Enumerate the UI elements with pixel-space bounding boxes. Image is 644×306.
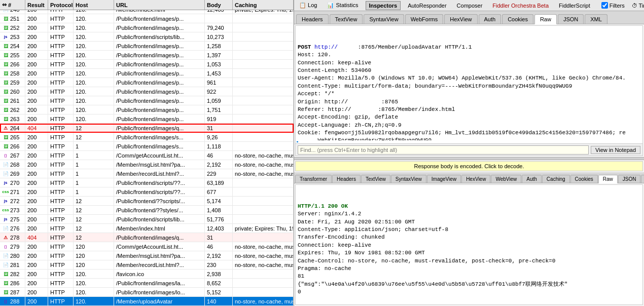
- resp-tab-caching[interactable]: Caching: [542, 175, 570, 183]
- table-row[interactable]: ⚠264404HTTP12/Public/frontend/images/q..…: [0, 124, 294, 133]
- resp-tab-syntaxview[interactable]: SyntaxView: [391, 175, 426, 183]
- row-icon-json: {}: [2, 152, 9, 159]
- log-icon: 📋: [299, 2, 306, 8]
- resp-sub-tab-json[interactable]: JSON: [618, 175, 641, 183]
- req-tab-raw[interactable]: Raw: [534, 14, 557, 24]
- table-row[interactable]: 🖼260200HTTP120./Public/frontend/images/p…: [0, 87, 294, 96]
- row-icon-error: ⚠: [2, 125, 9, 132]
- table-row[interactable]: {}279200HTTP120/Comm/getAccountList.ht..…: [0, 242, 294, 251]
- table-row[interactable]: js270200HTTP1/Public/frontend/scripts/??…: [0, 178, 294, 187]
- response-banner[interactable]: Response body is encoded. Click to decod…: [295, 161, 643, 171]
- row-icon-img: 🖼: [2, 52, 9, 59]
- req-tab-headers[interactable]: Headers: [296, 14, 329, 24]
- req-tab-webforms[interactable]: WebForms: [405, 14, 444, 24]
- table-row[interactable]: 📄281200HTTP120/Member/recordList.html?..…: [0, 260, 294, 270]
- statistics-tab[interactable]: 📊 Statistics: [324, 1, 361, 10]
- resp-tab-auth[interactable]: Auth: [522, 175, 542, 183]
- resp-tab-hexview[interactable]: HexView: [461, 175, 490, 183]
- table-row[interactable]: 🖼286200HTTP120./Public/frontend/images/l…: [0, 279, 294, 288]
- resp-tab-imageview[interactable]: ImageView: [427, 175, 461, 183]
- col-header-protocol[interactable]: Protocol: [48, 0, 74, 10]
- table-row[interactable]: 🖼262200HTTP120./Public/frontend/images/p…: [0, 105, 294, 114]
- view-notepad-button[interactable]: View in Notepad: [591, 146, 640, 154]
- col-header-caching[interactable]: Caching: [233, 0, 294, 10]
- table-row[interactable]: 📄276200HTTP12/Member/index.html12,403pri…: [0, 224, 294, 233]
- row-icon-css: css: [2, 207, 9, 214]
- table-row[interactable]: 🖼255200HTTP120./Public/frontend/images/p…: [0, 51, 294, 60]
- left-panel: ⇔ # Result Protocol Host URL Body Cachin…: [0, 0, 294, 306]
- table-row[interactable]: 🖼266200HTTP1/Public/frontend/images/s...…: [0, 142, 294, 151]
- table-row[interactable]: 🖼265200HTTP12/Public/frontend/images/s..…: [0, 133, 294, 142]
- row-icon-json: {}: [2, 243, 9, 250]
- table-row[interactable]: 🖼266200HTTP120./Public/frontend/images/p…: [0, 60, 294, 69]
- row-icon-img: 🖼: [2, 61, 9, 68]
- table-row[interactable]: 📄248200HTTP120./Member/index.html12,403p…: [0, 10, 294, 14]
- table-row[interactable]: js272200HTTP12/Public/frontend/??scripts…: [0, 197, 294, 206]
- req-tab-cookies[interactable]: Cookies: [502, 14, 533, 24]
- table-row[interactable]: css273200HTTP12/Public/frontend/??styles…: [0, 206, 294, 215]
- table-row[interactable]: 🖼258200HTTP120./Public/frontend/images/p…: [0, 69, 294, 78]
- table-row[interactable]: 🖼252200HTTP120./Public/frontend/images/p…: [0, 23, 294, 32]
- inspectors-tab[interactable]: Inspectors: [366, 1, 401, 10]
- row-icon-img: 🖼: [2, 88, 9, 95]
- row-icon-img: 🖼: [2, 79, 9, 86]
- col-header-num[interactable]: ⇔ #: [0, 0, 25, 10]
- row-icon-img: 🖼: [2, 116, 9, 123]
- table-row[interactable]: 🖼282200HTTP120./favicon.ico2,938: [0, 270, 294, 279]
- col-header-body[interactable]: Body: [205, 0, 233, 10]
- table-row[interactable]: 🖼287200HTTP120./Public/frontend/images/l…: [0, 288, 294, 297]
- resp-sub-tab-xml[interactable]: XML: [641, 175, 644, 183]
- resp-tab-raw[interactable]: Raw: [598, 175, 618, 183]
- resp-tab-headers[interactable]: Headers: [332, 175, 361, 183]
- table-row[interactable]: 🖼263200HTTP120./Public/frontend/images/p…: [0, 114, 294, 124]
- log-button[interactable]: 📋 Log: [296, 1, 320, 10]
- request-section: HeadersTextViewSyntaxViewWebFormsHexView…: [294, 11, 644, 157]
- response-section: Response body is encoded. Click to decod…: [294, 160, 644, 306]
- table-row[interactable]: {}288200HTTP120./Member/uploadAvatar140n…: [0, 297, 294, 306]
- composer-tab[interactable]: Composer: [454, 2, 486, 10]
- timeline-icon: ⏱: [632, 3, 637, 9]
- table-row[interactable]: 📄280200HTTP120/Member/msgList.html?pa...…: [0, 251, 294, 260]
- col-header-result[interactable]: Result: [25, 0, 48, 10]
- resp-tab-textview[interactable]: TextView: [361, 175, 390, 183]
- find-bar: View in Notepad: [296, 143, 642, 156]
- req-tab-textview[interactable]: TextView: [330, 14, 363, 24]
- table-row[interactable]: css271200HTTP1/Public/frontend/scripts/?…: [0, 187, 294, 197]
- response-tabs: TransformerHeadersTextViewSyntaxViewImag…: [294, 172, 644, 183]
- fiddler-orchestra-tab[interactable]: Fiddler Orchestra Beta: [489, 2, 552, 10]
- row-icon-img: 🖼: [2, 280, 9, 287]
- fiddlerscript-tab[interactable]: FiddlerScript: [556, 2, 593, 10]
- table-row[interactable]: 🖼251200HTTP120./Public/frontend/images/p…: [0, 14, 294, 23]
- statistics-icon: 📊: [327, 2, 334, 8]
- resp-tab-transformer[interactable]: Transformer: [295, 175, 332, 183]
- col-header-url[interactable]: URL: [114, 0, 205, 10]
- req-tab-syntaxview[interactable]: SyntaxView: [364, 14, 404, 24]
- table-row[interactable]: 🖼261200HTTP120./Public/frontend/images/p…: [0, 96, 294, 105]
- table-row[interactable]: ⚠278404HTTP12/Public/frontend/images/q..…: [0, 233, 294, 242]
- req-tab-auth[interactable]: Auth: [479, 14, 502, 24]
- response-content: HTTP/1.1 200 OKServer: nginx/1.4.2Date: …: [295, 184, 643, 305]
- filters-checkbox[interactable]: Filters: [601, 2, 625, 9]
- req-tab-json[interactable]: JSON: [558, 14, 584, 24]
- request-content: POST http:// :8765/Member/uploadAvatar H…: [296, 26, 642, 140]
- row-icon-page: 📄: [2, 170, 9, 177]
- req-tab-xml[interactable]: XML: [585, 14, 607, 24]
- right-inner: HeadersTextViewSyntaxViewWebFormsHexView…: [294, 11, 644, 306]
- timeline-button[interactable]: ⏱ Timeline: [629, 2, 644, 10]
- autoresponder-tab[interactable]: AutoResponder: [405, 2, 449, 10]
- col-header-host[interactable]: Host: [74, 0, 114, 10]
- row-icon-img: 🖼: [2, 143, 9, 150]
- resp-tab-webview[interactable]: WebView: [491, 175, 521, 183]
- table-row[interactable]: js275200HTTP12/Public/frontend/scripts/l…: [0, 215, 294, 224]
- table-row[interactable]: {}267200HTTP1/Comm/getAccountList.ht...4…: [0, 151, 294, 160]
- table-row[interactable]: 📄269200HTTP1/Member/recordList.html?...2…: [0, 169, 294, 178]
- table-row[interactable]: 🖼259200HTTP120./Public/frontend/images/p…: [0, 78, 294, 87]
- row-icon-css: css: [2, 188, 9, 196]
- table-row[interactable]: 🖼254200HTTP120./Public/frontend/images/p…: [0, 42, 294, 51]
- table-row[interactable]: 📄268200HTTP1/Member/msgList.html?pa...2,…: [0, 160, 294, 169]
- row-icon-page: 📄: [2, 161, 9, 168]
- table-row[interactable]: js253200HTTP120./Public/frontend/scripts…: [0, 32, 294, 42]
- req-tab-hexview[interactable]: HexView: [444, 14, 477, 24]
- find-input[interactable]: [298, 145, 589, 155]
- resp-tab-cookies[interactable]: Cookies: [570, 175, 598, 183]
